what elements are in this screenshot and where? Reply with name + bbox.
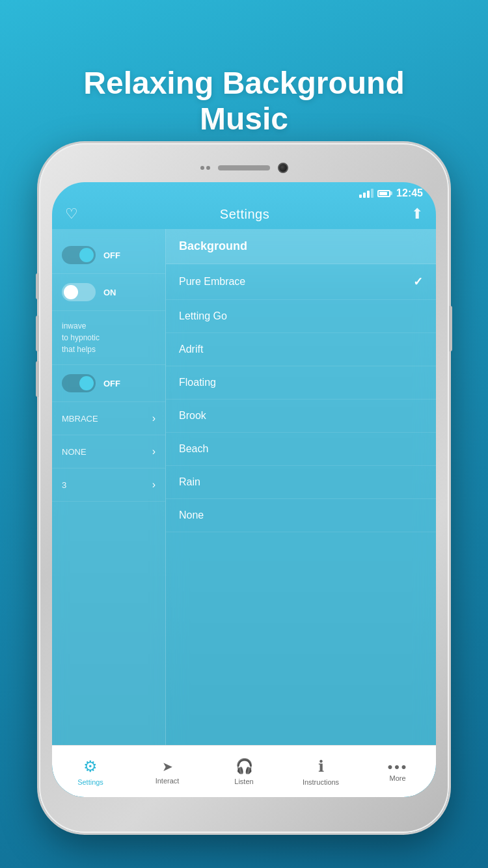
list-item-label: None <box>179 509 204 521</box>
tab-instructions-label: Instructions <box>303 778 339 786</box>
nav2-arrow-icon: › <box>152 446 156 457</box>
tab-more-label: More <box>389 774 405 782</box>
settings-icon: ⚙ <box>83 757 98 776</box>
interact-icon: ➤ <box>162 759 173 774</box>
battery-icon <box>377 190 392 197</box>
list-item-label: Pure Embrace <box>179 276 245 288</box>
section-title: Background <box>179 239 247 252</box>
list-item[interactable]: Letting Go <box>166 300 436 333</box>
nav2-label: NONE <box>62 447 87 457</box>
description-row: inwave to hypnotic that helps <box>52 311 165 365</box>
list-item-label: Beach <box>179 443 208 455</box>
toggle1-label: OFF <box>103 251 120 260</box>
app-topbar: ♡ Settings ⬆ <box>52 202 436 229</box>
list-item[interactable]: Brook <box>166 400 436 433</box>
phone-screen: 12:45 ♡ Settings ⬆ <box>52 182 436 797</box>
toggle3-knob <box>79 376 94 390</box>
status-time: 12:45 <box>396 187 423 199</box>
dot1 <box>200 166 204 170</box>
list-item[interactable]: None <box>166 499 436 532</box>
phone-device: 12:45 ♡ Settings ⬆ <box>39 143 449 833</box>
list-item-label: Rain <box>179 476 200 488</box>
list-item[interactable]: Beach <box>166 433 436 466</box>
nav3-label: 3 <box>62 480 66 490</box>
list-item-label: Floating <box>179 377 216 388</box>
toggle2-knob <box>64 285 78 299</box>
nav3-row[interactable]: 3 › <box>52 468 165 502</box>
list-item[interactable]: Rain <box>166 466 436 499</box>
share-icon[interactable]: ⬆ <box>411 206 423 223</box>
tab-interact[interactable]: ➤ Interact <box>129 759 206 785</box>
volume-silent-button <box>36 273 39 299</box>
more-icon: ●●● <box>387 761 407 772</box>
tab-listen-label: Listen <box>234 778 253 785</box>
screen-title: Settings <box>220 207 269 222</box>
right-panel: Background Pure Embrace✓Letting GoAdrift… <box>166 229 436 766</box>
checkmark-icon: ✓ <box>413 275 423 289</box>
toggle1-row: OFF <box>52 237 165 274</box>
power-button <box>449 306 452 351</box>
front-camera-dots <box>200 166 210 170</box>
instructions-icon: ℹ <box>318 757 324 776</box>
list-item-label: Letting Go <box>179 310 227 322</box>
list-item-label: Brook <box>179 410 206 422</box>
list-item[interactable]: Adrift <box>166 333 436 366</box>
tab-more[interactable]: ●●● More <box>359 761 436 782</box>
left-panel: OFF ON <box>52 229 166 766</box>
front-camera <box>278 163 288 173</box>
toggle2[interactable] <box>62 283 96 301</box>
tab-listen[interactable]: 🎧 Listen <box>206 758 282 785</box>
toggle1-knob <box>79 248 94 262</box>
tab-settings[interactable]: ⚙ Settings <box>52 757 129 786</box>
tab-interact-label: Interact <box>156 777 180 785</box>
tab-bar: ⚙ Settings ➤ Interact 🎧 Listen ℹ Instruc… <box>52 745 436 797</box>
status-bar: 12:45 <box>52 182 436 202</box>
toggle1[interactable] <box>62 246 96 264</box>
nav1-row[interactable]: MBRACE › <box>52 402 165 435</box>
favorite-icon[interactable]: ♡ <box>65 206 78 223</box>
nav1-arrow-icon: › <box>152 413 156 424</box>
background-list: Pure Embrace✓Letting GoAdriftFloatingBro… <box>166 264 436 532</box>
phone-top-bar <box>179 163 309 173</box>
tab-settings-label: Settings <box>77 778 103 786</box>
list-item[interactable]: Floating <box>166 366 436 400</box>
volume-up-button <box>36 316 39 351</box>
tab-instructions[interactable]: ℹ Instructions <box>282 757 359 786</box>
list-item-label: Adrift <box>179 344 203 355</box>
volume-down-button <box>36 361 39 397</box>
speaker-grille <box>218 165 270 170</box>
dot2 <box>206 166 210 170</box>
toggle2-row: ON <box>52 274 165 311</box>
screen-content: OFF ON <box>52 229 436 766</box>
nav2-row[interactable]: NONE › <box>52 435 165 468</box>
toggle2-label: ON <box>103 288 116 297</box>
listen-icon: 🎧 <box>236 758 253 775</box>
section-header: Background <box>166 229 436 264</box>
description-text: inwave to hypnotic that helps <box>62 320 156 355</box>
nav3-arrow-icon: › <box>152 479 156 491</box>
phone-shell: 12:45 ♡ Settings ⬆ <box>39 143 449 833</box>
toggle3-label: OFF <box>103 379 120 388</box>
nav1-label: MBRACE <box>62 414 98 424</box>
signal-strength-icon <box>359 189 373 198</box>
toggle3-row: OFF <box>52 365 165 402</box>
toggle3[interactable] <box>62 374 96 392</box>
list-item[interactable]: Pure Embrace✓ <box>166 264 436 300</box>
